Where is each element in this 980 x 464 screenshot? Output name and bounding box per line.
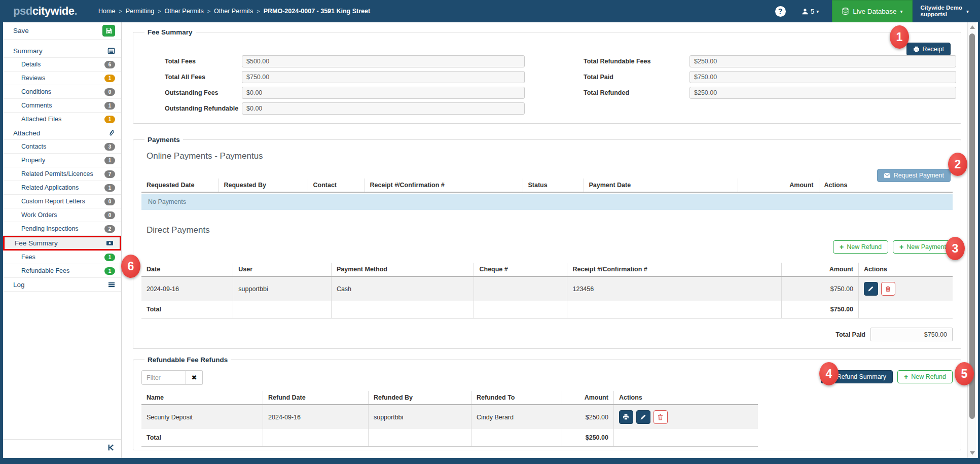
clear-filter-button[interactable]: ✖: [186, 370, 203, 385]
new-payment-button[interactable]: + New Payment: [893, 240, 953, 254]
count-badge: 0: [104, 198, 115, 205]
col-status[interactable]: Status: [523, 179, 584, 192]
col-refund-date[interactable]: Refund Date: [263, 391, 369, 405]
delete-refund-button[interactable]: [654, 410, 668, 424]
sidebar-item-comments[interactable]: Comments 1: [3, 99, 121, 113]
user-sessions-menu[interactable]: 5 ▾: [801, 8, 819, 15]
details-label: Details: [21, 61, 104, 68]
table-row[interactable]: Security Deposit 2024-09-16 supportbbi C…: [141, 405, 758, 429]
attached-label: Attached: [13, 129, 108, 137]
related-applications-label: Related Applications: [21, 184, 104, 191]
chevron-down-icon: ▾: [816, 9, 819, 14]
col-refunded-to[interactable]: Refunded To: [471, 391, 562, 405]
new-refund-button-2[interactable]: + New Refund: [897, 370, 953, 383]
sidebar-item-related-applications[interactable]: Related Applications 1: [3, 181, 121, 195]
col-refunded-by[interactable]: Refunded By: [368, 391, 471, 405]
refunded-by-cell: supportbbi: [368, 405, 471, 429]
sidebar-item-fees[interactable]: Fees 1: [3, 251, 121, 264]
sidebar-item-log[interactable]: Log: [3, 278, 121, 292]
refund-date-cell: 2024-09-16: [263, 405, 369, 429]
sidebar-item-refundable-fees[interactable]: Refundable Fees 1: [3, 264, 121, 278]
col-name[interactable]: Name: [141, 391, 263, 405]
scroll-down-arrow-icon[interactable]: [970, 451, 975, 455]
help-icon[interactable]: ?: [775, 6, 786, 17]
total-all-fees-field[interactable]: [242, 71, 525, 83]
refund-filter-input[interactable]: [141, 370, 186, 385]
table-row[interactable]: 2024-09-16 supportbbi Cash 123456 $750.0…: [141, 276, 953, 301]
sidebar-item-fee-summary[interactable]: Fee Summary: [3, 236, 121, 251]
breadcrumb-other-permits-2[interactable]: Other Permits: [214, 8, 253, 15]
col-requested-by[interactable]: Requested By: [219, 179, 308, 192]
breadcrumb-other-permits[interactable]: Other Permits: [165, 8, 204, 15]
total-paid-summary-field[interactable]: [870, 328, 953, 341]
total-refundable-fees-field[interactable]: [689, 55, 956, 67]
sidebar-item-pending-inspections[interactable]: Pending Inspections 2: [3, 222, 121, 236]
receipt-button[interactable]: Receipt: [906, 43, 951, 56]
attached-files-label: Attached Files: [21, 116, 104, 123]
outstanding-fees-field[interactable]: [242, 87, 525, 99]
total-refunded-field[interactable]: [689, 87, 956, 99]
col-contact[interactable]: Contact: [308, 179, 365, 192]
col-amount[interactable]: Amount: [738, 179, 819, 192]
col-user[interactable]: User: [233, 263, 332, 276]
outstanding-refundable-label: Outstanding Refundable: [165, 105, 242, 112]
sidebar-item-attached-files[interactable]: Attached Files 1: [3, 113, 121, 126]
scroll-up-arrow-icon[interactable]: [970, 25, 975, 29]
col-payment-method[interactable]: Payment Method: [331, 263, 474, 276]
sidebar-item-conditions[interactable]: Conditions 0: [3, 85, 121, 99]
psd-citywide-logo[interactable]: psdcitywide.: [13, 5, 77, 18]
total-fees-field[interactable]: [242, 55, 525, 67]
payments-legend: Payments: [144, 136, 183, 144]
breadcrumb-home[interactable]: Home: [98, 8, 115, 15]
fee-summary-legend: Fee Summary: [144, 28, 196, 36]
vertical-scrollbar[interactable]: [967, 22, 976, 458]
request-payment-button[interactable]: Request Payment: [877, 169, 951, 182]
sidebar-item-summary[interactable]: Summary: [3, 44, 121, 58]
sidebar-footer-divider: [3, 439, 121, 440]
count-badge: 0: [104, 88, 115, 96]
trash-icon: [657, 414, 664, 420]
save-button[interactable]: [102, 25, 115, 37]
person-icon: [801, 8, 809, 15]
sidebar-item-custom-report-letters[interactable]: Custom Report Letters 0: [3, 195, 121, 208]
sidebar-item-attached[interactable]: Attached: [3, 126, 121, 140]
sidebar-item-property[interactable]: Property 1: [3, 154, 121, 167]
step-badge-3: 3: [946, 237, 965, 260]
col-receipt-confirmation[interactable]: Receipt #/Confirmation #: [567, 263, 781, 276]
count-badge: 1: [104, 254, 115, 261]
refunds-table: Name Refund Date Refunded By Refunded To…: [141, 391, 758, 447]
col-cheque[interactable]: Cheque #: [474, 263, 567, 276]
sidebar-item-work-orders[interactable]: Work Orders 0: [3, 208, 121, 222]
col-amount[interactable]: Amount: [781, 263, 858, 276]
new-refund-label: New Refund: [847, 243, 882, 251]
breadcrumb-permitting[interactable]: Permitting: [126, 8, 154, 15]
delete-payment-button[interactable]: [881, 282, 895, 296]
receipt-button-label: Receipt: [923, 46, 944, 53]
printer-icon: [623, 414, 629, 420]
sidebar-item-save[interactable]: Save: [3, 22, 121, 40]
total-paid-field[interactable]: [689, 71, 956, 83]
online-payments-table: Requested Date Requested By Contact Rece…: [141, 179, 953, 193]
outstanding-refundable-field[interactable]: [242, 102, 525, 115]
col-date[interactable]: Date: [141, 263, 233, 276]
sidebar-item-reviews[interactable]: Reviews 1: [3, 72, 121, 85]
sidebar-collapse-button[interactable]: [106, 443, 115, 454]
sidebar-item-related-permits[interactable]: Related Permits/Licences 7: [3, 167, 121, 181]
print-refund-button[interactable]: [619, 410, 633, 424]
new-payment-label: New Payment: [906, 243, 946, 251]
sidebar-item-details[interactable]: Details 6: [3, 58, 121, 72]
new-refund-button[interactable]: + New Refund: [833, 240, 888, 254]
live-database-button[interactable]: Live Database ▾: [832, 0, 912, 22]
edit-payment-button[interactable]: [864, 282, 878, 296]
main-content: Fee Summary Receipt Total Fees Total All…: [122, 22, 967, 458]
payment-method-cell: Cash: [331, 276, 474, 301]
scrollbar-thumb[interactable]: [969, 33, 975, 419]
payment-actions-cell: [858, 276, 953, 301]
account-menu[interactable]: Citywide Demo supportsl ▾: [921, 5, 969, 18]
edit-refund-button[interactable]: [636, 410, 650, 424]
col-amount[interactable]: Amount: [562, 391, 613, 405]
sidebar-item-contacts[interactable]: Contacts 3: [3, 140, 121, 154]
col-payment-date[interactable]: Payment Date: [584, 179, 738, 192]
col-requested-date[interactable]: Requested Date: [141, 179, 219, 192]
col-receipt-confirmation[interactable]: Receipt #/Confirmation #: [365, 179, 523, 192]
